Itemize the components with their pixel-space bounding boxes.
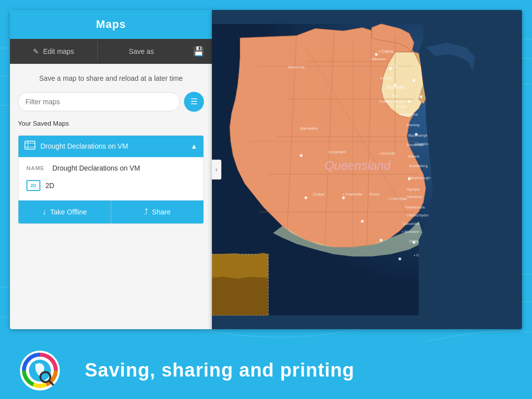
svg-point-18 bbox=[375, 53, 378, 56]
bottom-bar: Saving, sharing and printing bbox=[0, 342, 532, 399]
name-label: NAME bbox=[26, 165, 46, 171]
share-label: Share bbox=[152, 208, 171, 216]
filter-row: ☰ bbox=[18, 92, 204, 112]
panel-body: Save a map to share and reload at a late… bbox=[10, 64, 212, 329]
filter-maps-input[interactable] bbox=[18, 92, 180, 111]
svg-text:Maryborough: Maryborough bbox=[408, 176, 430, 180]
map-svg: • Cairns Atherton • Tully Innisfail Town… bbox=[212, 10, 522, 329]
right-map: • Cairns Atherton • Tully Innisfail Town… bbox=[212, 10, 522, 329]
map-card-title-text: Drought Declarations on VM bbox=[40, 142, 185, 150]
svg-text:Maroochydore: Maroochydore bbox=[407, 213, 431, 217]
svg-text:• Emerald: • Emerald bbox=[379, 151, 395, 156]
save-as-label: Save as bbox=[129, 47, 154, 55]
saved-maps-label: Your Saved Maps bbox=[18, 120, 204, 127]
svg-text:Barcaldine: Barcaldine bbox=[300, 126, 318, 131]
edit-maps-button[interactable]: ✎ Edit maps bbox=[10, 40, 97, 62]
svg-text:Caloundra: Caloundra bbox=[402, 221, 420, 226]
svg-point-21 bbox=[342, 197, 345, 200]
pencil-icon: ✎ bbox=[33, 47, 39, 55]
svg-point-34 bbox=[412, 79, 415, 82]
name-row: NAME Drought Declarations on VM bbox=[26, 164, 195, 172]
svg-text:Townsville: Townsville bbox=[386, 85, 405, 90]
svg-point-22 bbox=[361, 220, 364, 223]
svg-text:Nambour: Nambour bbox=[407, 195, 422, 199]
save-icon-button[interactable]: 💾 bbox=[185, 39, 212, 64]
panel-title: Maps bbox=[96, 18, 126, 30]
svg-point-15 bbox=[408, 100, 411, 103]
map-container[interactable]: • Cairns Atherton • Tully Innisfail Town… bbox=[212, 10, 522, 329]
name-value: Drought Declarations on VM bbox=[52, 164, 140, 172]
svg-rect-0 bbox=[25, 141, 35, 149]
map-card: Drought Declarations on VM ▲ NAME Drough… bbox=[18, 135, 204, 224]
svg-text:Atherton: Atherton bbox=[371, 57, 385, 61]
svg-text:Biloela: Biloela bbox=[408, 154, 420, 159]
save-as-button[interactable]: Save as bbox=[98, 40, 185, 62]
logo-container bbox=[20, 351, 60, 391]
svg-text:Gympie: Gympie bbox=[407, 187, 420, 192]
svg-text:• Tully: • Tully bbox=[388, 64, 398, 68]
svg-text:Roma: Roma bbox=[369, 192, 380, 197]
save-description: Save a map to share and reload at a late… bbox=[18, 74, 204, 84]
svg-text:Toowoomba: Toowoomba bbox=[404, 205, 425, 209]
card-actions: ↓ Take Offline ⤴ Share bbox=[18, 200, 203, 223]
top-content: Maps ✎ Edit maps Save as 💾 Save a map to… bbox=[10, 10, 522, 329]
app-logo bbox=[20, 351, 60, 391]
offline-icon: ↓ bbox=[42, 207, 46, 216]
svg-point-23 bbox=[379, 239, 382, 242]
svg-text:• Cairns: • Cairns bbox=[379, 49, 394, 54]
svg-text:Mackay: Mackay bbox=[407, 123, 420, 127]
svg-text:Ayr: Ayr bbox=[392, 93, 398, 98]
svg-point-24 bbox=[398, 257, 401, 260]
take-offline-button[interactable]: ↓ Take Offline bbox=[18, 200, 111, 223]
svg-text:• Chinchilla: • Chinchilla bbox=[388, 197, 407, 201]
svg-text:• Brisbane: • Brisbane bbox=[402, 229, 419, 234]
left-arrow-icon: ‹ bbox=[215, 166, 217, 173]
filter-icon: ☰ bbox=[190, 97, 197, 106]
svg-text:Charters Towers: Charters Towers bbox=[379, 99, 406, 104]
svg-text:• Charleville: • Charleville bbox=[343, 192, 362, 197]
share-button[interactable]: ⤴ Share bbox=[111, 200, 203, 223]
filter-button[interactable]: ☰ bbox=[184, 92, 204, 112]
svg-text:Quilpie: Quilpie bbox=[313, 192, 325, 197]
svg-text:Bowen: Bowen bbox=[395, 104, 407, 109]
svg-point-20 bbox=[305, 197, 308, 200]
floppy-icon: 💾 bbox=[193, 46, 204, 56]
bottom-title: Saving, sharing and printing bbox=[85, 360, 355, 381]
left-panel: Maps ✎ Edit maps Save as 💾 Save a map to… bbox=[10, 10, 212, 329]
edit-maps-label: Edit maps bbox=[43, 47, 74, 55]
map-card-body: NAME Drought Declarations on VM 2D 2D bbox=[18, 157, 203, 200]
svg-text:Queensland: Queensland bbox=[325, 159, 391, 172]
dimension-row: 2D 2D bbox=[26, 178, 195, 193]
take-offline-label: Take Offline bbox=[50, 208, 87, 216]
svg-text:Mount Isa: Mount Isa bbox=[288, 65, 305, 69]
svg-text:Longreach: Longreach bbox=[329, 150, 347, 154]
panel-toolbar: ✎ Edit maps Save as 💾 bbox=[10, 39, 212, 64]
dimension-label: 2D bbox=[45, 182, 54, 190]
svg-text:Proserpine: Proserpine bbox=[400, 112, 418, 117]
collapse-panel-button[interactable]: ‹ bbox=[212, 160, 221, 180]
svg-text:Innisfail: Innisfail bbox=[380, 76, 393, 80]
map-card-header[interactable]: Drought Declarations on VM ▲ bbox=[18, 136, 203, 157]
svg-point-19 bbox=[300, 154, 303, 157]
svg-text:Bundaberg: Bundaberg bbox=[409, 164, 428, 168]
panel-header: Maps bbox=[10, 10, 212, 39]
svg-text:Dalby: Dalby bbox=[409, 239, 419, 243]
share-icon: ⤴ bbox=[144, 207, 148, 216]
app-container: Maps ✎ Edit maps Save as 💾 Save a map to… bbox=[0, 0, 532, 399]
map-icon bbox=[24, 141, 35, 152]
svg-point-33 bbox=[420, 95, 423, 98]
chevron-up-icon: ▲ bbox=[190, 142, 197, 150]
2d-icon: 2D bbox=[26, 180, 40, 191]
